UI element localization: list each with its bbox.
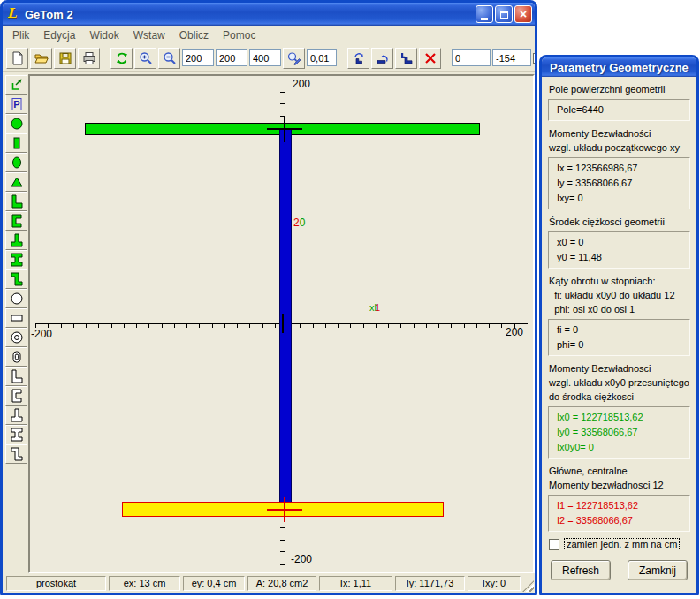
zamknij-button[interactable]: Zamknij (628, 560, 688, 580)
axis-2-0-label: 20 (293, 216, 305, 229)
i-profile-filled-button[interactable] (5, 250, 27, 269)
open-button[interactable] (30, 48, 52, 69)
l-profile-outline-button[interactable] (5, 367, 27, 386)
axis-tick (262, 324, 263, 328)
main-titlebar[interactable]: L GeTom 2 × (3, 3, 535, 26)
tube-outline-icon (10, 350, 24, 364)
tube-outline-button[interactable] (5, 347, 27, 367)
section-label: Momenty Bezwładności (549, 127, 690, 140)
axis-tick (86, 324, 87, 328)
axis-tick (124, 324, 125, 328)
zoom-custom-icon (287, 51, 301, 65)
axis-tick (237, 324, 238, 328)
axis-tick (280, 551, 285, 552)
view-width-field[interactable] (182, 49, 214, 66)
menu-item-oblicz[interactable]: Oblicz (172, 27, 216, 44)
pos-y-field[interactable] (492, 49, 531, 66)
print-button[interactable] (78, 48, 100, 69)
section-value: Iy = 33568066,67 (552, 176, 686, 191)
z-profile-outline-button[interactable] (5, 444, 27, 464)
units-checkbox-label[interactable]: zamien jedn. z mm na cm (564, 538, 680, 550)
axis-tick (414, 324, 415, 328)
point-button[interactable]: P (5, 95, 27, 114)
zoom-in-button[interactable] (134, 48, 156, 69)
z-profile-outline-icon (10, 447, 24, 461)
zoom-out-button[interactable] (158, 48, 180, 69)
section-label: wzgl. układu x0y0 przesuniętego (549, 376, 690, 390)
axis-tick (325, 324, 326, 328)
menu-item-plik[interactable]: Plik (5, 27, 36, 44)
point-icon: P (10, 97, 24, 111)
axis-tick (438, 324, 439, 328)
delete-profile-button[interactable] (419, 48, 441, 69)
circle-filled-button[interactable] (5, 114, 27, 133)
y-axis-bottom-label: -200 (291, 553, 312, 565)
params-titlebar[interactable]: Parametry Geometryczne (542, 57, 696, 77)
section-value: Pole=6440 (552, 102, 686, 118)
status-panel-6: Ixy: 0 (468, 576, 521, 591)
drawing-canvas[interactable]: 200 -200 200 -200 20 xl1 (28, 74, 535, 573)
section-value: Ix0y0= 0 (552, 440, 686, 455)
axis-tick (338, 324, 339, 328)
parameters-window: Parametry Geometryczne Pole powierzchni … (539, 55, 699, 595)
i-profile-outline-button[interactable] (5, 425, 27, 444)
axis-tick (224, 324, 225, 328)
circle-filled-icon (10, 117, 24, 131)
axis-tick (388, 324, 389, 328)
t-profile-filled-button[interactable] (5, 231, 27, 250)
menu-item-widok[interactable]: Widok (82, 27, 126, 44)
c-profile-filled-button[interactable] (5, 211, 27, 231)
menu-bar: PlikEdycjaWidokWstawObliczPomoc (3, 26, 535, 45)
rectangle-outline-button[interactable] (5, 308, 27, 328)
axis-tick (400, 324, 401, 328)
precision-field[interactable] (307, 49, 337, 66)
t-profile-outline-button[interactable] (5, 406, 27, 425)
i-profile-filled-icon (10, 253, 24, 267)
rotate-profile-button[interactable] (347, 48, 369, 69)
view-scale-field[interactable] (249, 49, 281, 66)
panel-buttons: Refresh Zamknij (548, 558, 690, 582)
units-checkbox[interactable] (549, 539, 559, 550)
section-value: y0 = 11,48 (552, 250, 686, 265)
copy-profile-button[interactable] (395, 48, 417, 69)
ring-outline-button[interactable] (5, 328, 27, 347)
save-button[interactable] (54, 48, 76, 69)
maximize-button[interactable] (495, 5, 513, 23)
axis-tick (136, 324, 137, 328)
circle-outline-button[interactable] (5, 289, 27, 308)
rectangle-filled-button[interactable] (5, 133, 27, 153)
zoom-custom-button[interactable] (283, 48, 305, 69)
y0-axis-label: 0 (300, 216, 306, 229)
axis-tick (363, 324, 364, 328)
axis-tick (98, 324, 99, 328)
menu-item-pomoc[interactable]: Pomoc (216, 27, 262, 44)
minimize-button[interactable] (476, 5, 493, 23)
pos-x-field[interactable] (452, 49, 491, 66)
axis-tick (280, 103, 285, 104)
new-button[interactable] (6, 48, 28, 69)
toolbar-checkbox[interactable] (533, 53, 537, 64)
triangle-filled-button[interactable] (5, 172, 27, 192)
minimize-icon (481, 18, 488, 20)
c-profile-outline-button[interactable] (5, 386, 27, 406)
status-panel-0: prostokąt (6, 576, 106, 591)
refresh-view-button[interactable] (110, 48, 133, 69)
axis-tick (280, 527, 285, 528)
z-profile-filled-button[interactable] (5, 269, 27, 289)
view-height-field[interactable] (216, 49, 247, 66)
ellipse-filled-button[interactable] (5, 153, 27, 172)
mirror-profile-icon (376, 51, 390, 65)
menu-item-edycja[interactable]: Edycja (36, 27, 82, 44)
x-axis-right-label: 200 (506, 326, 523, 338)
mirror-profile-button[interactable] (371, 48, 393, 69)
l-profile-filled-button[interactable] (5, 192, 27, 211)
select-axes-button[interactable] (5, 75, 27, 95)
section-value-box: I1 = 122718513,62I2 = 33568066,67 (548, 495, 690, 532)
status-panel-5: Iy: 1171,73 (395, 576, 465, 591)
status-panel-4: Ix: 1,11 (319, 576, 392, 591)
resize-grip[interactable] (522, 580, 534, 592)
menu-item-wstaw[interactable]: Wstaw (126, 27, 172, 44)
close-button[interactable]: × (514, 5, 532, 23)
axis-tick (426, 324, 427, 328)
refresh-button[interactable]: Refresh (551, 560, 611, 580)
